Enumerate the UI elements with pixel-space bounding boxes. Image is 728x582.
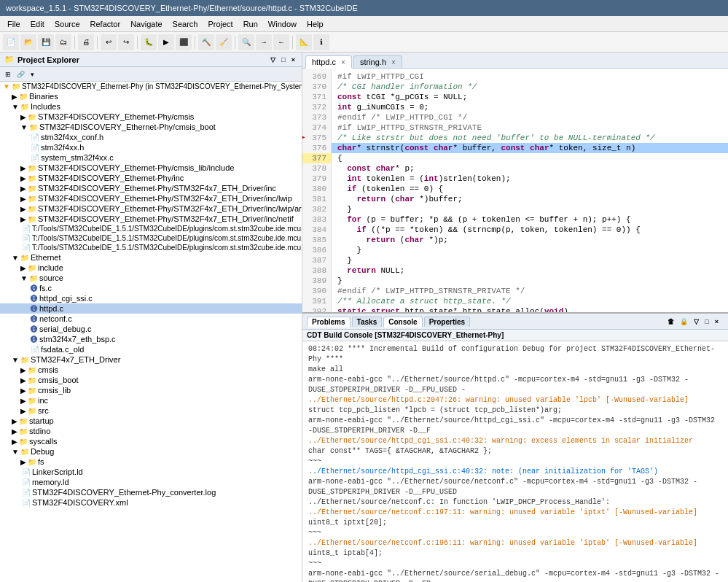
explorer-minimize-btn[interactable]: ▽ bbox=[268, 55, 278, 64]
toolbar-next[interactable]: → bbox=[256, 34, 272, 50]
toolbar-new[interactable]: 📄 bbox=[3, 34, 19, 50]
console-line: ~~~ bbox=[308, 528, 722, 538]
console-clear-btn[interactable]: 🗑 bbox=[665, 317, 676, 326]
toolbar-clean[interactable]: 🧹 bbox=[216, 34, 232, 50]
tab-properties[interactable]: Properties bbox=[424, 317, 470, 327]
tree-eth-include[interactable]: ▶ 📁 include bbox=[0, 263, 302, 273]
tree-drv-src[interactable]: ▶ 📁 src bbox=[0, 406, 302, 416]
tree-memory-ld[interactable]: 📄 memory.ld bbox=[0, 477, 302, 487]
link-with-editor-btn[interactable]: 🔗 bbox=[15, 70, 27, 79]
menu-help[interactable]: Help bbox=[302, 18, 328, 30]
console-maximize-btn[interactable]: □ bbox=[702, 317, 711, 326]
toolbar-stop[interactable]: ⬛ bbox=[176, 34, 192, 50]
tree-drv-cmsis-boot[interactable]: ▶ 📁 cmsis_boot bbox=[0, 375, 302, 385]
tree-debug[interactable]: ▼ 📁 Debug bbox=[0, 446, 302, 457]
tree-includes-cmsis[interactable]: ▶ 📁 STM32F4DISCOVERY_Ethernet-Phy/cmsis bbox=[0, 112, 302, 122]
tree-eth-driver[interactable]: ▼ 📁 STM32F4x7_ETH_Driver bbox=[0, 354, 302, 365]
console-scroll-lock-btn[interactable]: 🔒 bbox=[678, 317, 690, 326]
tree-stdino[interactable]: ▶ 📁 stdino bbox=[0, 426, 302, 436]
menu-refactor[interactable]: Refactor bbox=[86, 18, 125, 30]
tree-eth-driver-lwip[interactable]: ▶ 📁 STM32F4DISCOVERY_Ethernet-Phy/STM32F… bbox=[0, 193, 302, 203]
toolbar-save[interactable]: 💾 bbox=[38, 34, 54, 50]
menu-edit[interactable]: Edit bbox=[26, 18, 49, 30]
ln-378: 378 bbox=[302, 163, 331, 174]
tree-debug-fs[interactable]: ▶ 📁 fs bbox=[0, 457, 302, 467]
tree-file-conf-h[interactable]: 📄 stm32f4xx_conf.h bbox=[0, 132, 302, 142]
tree-root[interactable]: ▼ 📁 STM32F4DISCOVERY_Ethernet-Phy (in ST… bbox=[0, 82, 302, 91]
toolbar-debug[interactable]: 🐛 bbox=[141, 34, 157, 50]
menu-file[interactable]: File bbox=[3, 18, 25, 30]
toolbar-prev[interactable]: ← bbox=[273, 34, 289, 50]
tree-linker-ld[interactable]: 📄 LinkerScript.ld bbox=[0, 467, 302, 477]
tree-startup[interactable]: ▶ 📁 startup bbox=[0, 416, 302, 426]
title-bar: workspace_1.5.1 - STM32F4DISCOVERY_Ether… bbox=[0, 0, 728, 16]
toolbar-save-all[interactable]: 🗂 bbox=[55, 34, 71, 50]
tree-tools-2[interactable]: 📄 T:/Tools/STM32CubeIDE_1.5.1/STM32CubeI… bbox=[0, 233, 302, 243]
toolbar-perspective[interactable]: 📐 bbox=[296, 34, 312, 50]
collapse-all-btn[interactable]: ⊞ bbox=[3, 70, 13, 79]
tree-discovery-xml[interactable]: 📄 STM32F4DISCOVERY.xml bbox=[0, 497, 302, 508]
code-line-379: const char* p; bbox=[332, 163, 728, 174]
tree-fsdata-c[interactable]: 📄 fsdata.c_old bbox=[0, 344, 302, 354]
explorer-close-btn[interactable]: × bbox=[289, 55, 297, 64]
ln-384: 384 bbox=[302, 225, 331, 235]
tree-includes[interactable]: ▼ 📁 Includes bbox=[0, 101, 302, 112]
console-close-btn[interactable]: × bbox=[713, 317, 721, 326]
tree-httpd-c[interactable]: 🅒 httpd.c bbox=[0, 303, 302, 314]
tree-inc[interactable]: ▶ 📁 STM32F4DISCOVERY_Ethernet-Phy/inc bbox=[0, 173, 302, 183]
tree-converter-log[interactable]: 📄 STM32F4DISCOVERY_Ethernet-Phy_converte… bbox=[0, 487, 302, 497]
tree-drv-cmsis-lib[interactable]: ▶ 📁 cmsis_lib bbox=[0, 385, 302, 395]
tree-netconf-c[interactable]: 🅒 netconf.c bbox=[0, 314, 302, 324]
menu-navigate[interactable]: Navigate bbox=[126, 18, 166, 30]
tree-includes-cmsis-boot[interactable]: ▼ 📁 STM32F4DISCOVERY_Ethernet-Phy/cmsis_… bbox=[0, 122, 302, 132]
tree-drv-cmsis[interactable]: ▶ 📁 cmsis bbox=[0, 365, 302, 375]
console-minimize-btn[interactable]: ▽ bbox=[692, 317, 701, 326]
tree-fs-c[interactable]: 🅒 fs.c bbox=[0, 283, 302, 293]
tab-string-h[interactable]: string.h × bbox=[353, 55, 402, 68]
tree-eth-source[interactable]: ▼ 📁 source bbox=[0, 273, 302, 283]
menu-project[interactable]: Project bbox=[203, 18, 237, 30]
toolbar-build[interactable]: 🔨 bbox=[198, 34, 214, 50]
toolbar-sep2 bbox=[97, 36, 98, 49]
tree-serial-debug-c[interactable]: 🅒 serial_debug.c bbox=[0, 324, 302, 334]
tab-httpd-c[interactable]: httpd.c × bbox=[305, 55, 352, 69]
toolbar-redo[interactable]: ↪ bbox=[118, 34, 134, 50]
tree-drv-inc[interactable]: ▶ 📁 inc bbox=[0, 395, 302, 406]
tree-ethernet[interactable]: ▼ 📁 Ethernet bbox=[0, 252, 302, 263]
tree-eth-bsp-c[interactable]: 🅒 stm32f4x7_eth_bsp.c bbox=[0, 334, 302, 344]
tab-string-h-close[interactable]: × bbox=[391, 58, 396, 66]
console-output[interactable]: 08:24:02 **** Incremental Build of confi… bbox=[302, 341, 728, 582]
tree-syscalls[interactable]: ▶ 📁 syscalls bbox=[0, 436, 302, 446]
tree-eth-driver-inc[interactable]: ▶ 📁 STM32F4DISCOVERY_Ethernet-Phy/STM32F… bbox=[0, 183, 302, 193]
tree-file-stm32-h[interactable]: 📄 stm32f4xx.h bbox=[0, 142, 302, 152]
tree-binaries[interactable]: ▶ 📁 Binaries bbox=[0, 91, 302, 101]
tab-httpd-c-close[interactable]: × bbox=[341, 58, 345, 66]
tab-console[interactable]: Console bbox=[383, 317, 422, 327]
toolbar-undo[interactable]: ↩ bbox=[101, 34, 117, 50]
menu-window[interactable]: Window bbox=[264, 18, 301, 30]
project-tree: ▼ 📁 STM32F4DISCOVERY_Ethernet-Phy (in ST… bbox=[0, 82, 302, 582]
tab-problems[interactable]: Problems bbox=[307, 317, 351, 327]
toolbar-run[interactable]: ▶ bbox=[158, 34, 174, 50]
view-menu-btn[interactable]: ▾ bbox=[28, 70, 36, 79]
menu-search[interactable]: Search bbox=[168, 18, 203, 30]
tree-file-system-c[interactable]: 📄 system_stm32f4xx.c bbox=[0, 152, 302, 163]
tree-tools-3[interactable]: 📄 T:/Tools/STM32CubeIDE_1.5.1/STM32CubeI… bbox=[0, 243, 302, 252]
explorer-maximize-btn[interactable]: □ bbox=[279, 55, 287, 64]
menu-run[interactable]: Run bbox=[239, 18, 262, 30]
code-editor[interactable]: ➤ 369 370 371 372 373 374 375 376 377 37… bbox=[302, 69, 728, 312]
code-content[interactable]: #if LWIP_HTTPD_CGI /* CGI handler inform… bbox=[332, 69, 728, 312]
toolbar-print[interactable]: 🖨 bbox=[78, 34, 94, 50]
tree-tools-1[interactable]: 📄 T:/Tools/STM32CubeIDE_1.5.1/STM32CubeI… bbox=[0, 224, 302, 233]
tree-eth-driver-arch[interactable]: ▶ 📁 STM32F4DISCOVERY_Ethernet-Phy/STM32F… bbox=[0, 203, 302, 214]
tree-eth-driver-netif[interactable]: ▶ 📁 STM32F4DISCOVERY_Ethernet-Phy/STM32F… bbox=[0, 214, 302, 224]
ln-369: 369 bbox=[302, 71, 331, 82]
tab-tasks[interactable]: Tasks bbox=[352, 317, 383, 327]
code-line-378: { bbox=[332, 153, 728, 163]
toolbar-info[interactable]: ℹ bbox=[313, 34, 329, 50]
toolbar-open[interactable]: 📂 bbox=[20, 34, 36, 50]
menu-source[interactable]: Source bbox=[50, 18, 85, 30]
tree-httpd-cgi-c[interactable]: 🅒 httpd_cgi_ssi.c bbox=[0, 293, 302, 303]
toolbar-search-btn[interactable]: 🔍 bbox=[238, 34, 254, 50]
tree-cmsis-lib[interactable]: ▶ 📁 STM32F4DISCOVERY_Ethernet-Phy/cmsis_… bbox=[0, 163, 302, 173]
